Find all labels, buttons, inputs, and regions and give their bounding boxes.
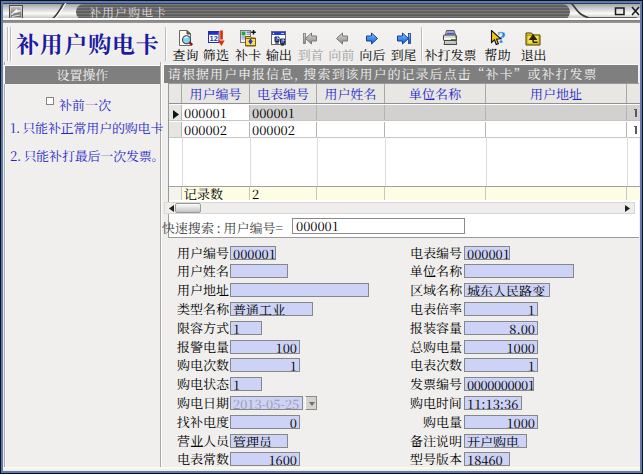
svg-text:12: 12: [209, 34, 217, 43]
